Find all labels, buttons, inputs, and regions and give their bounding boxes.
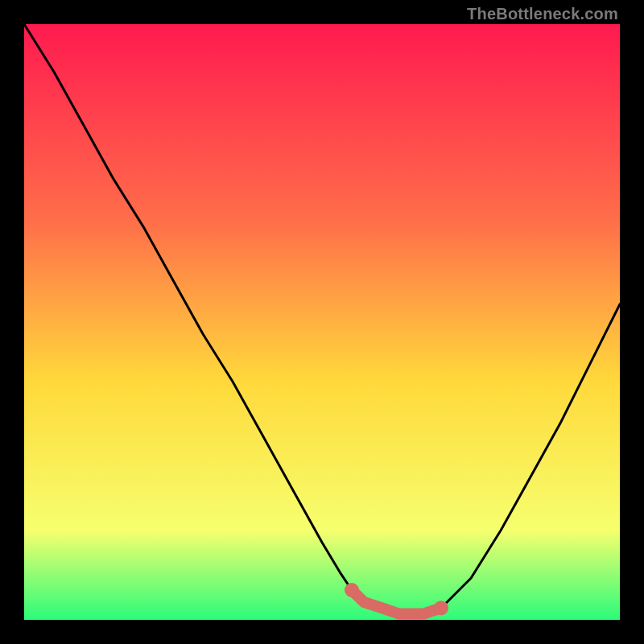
optimal-range-highlight (352, 590, 441, 614)
watermark-text: TheBottleneck.com (467, 5, 618, 23)
optimal-range-dot-end (434, 601, 448, 615)
plot-area (24, 24, 620, 620)
curve-overlay (24, 24, 620, 620)
chart-stage: TheBottleneck.com (0, 0, 644, 644)
bottleneck-curve (24, 24, 620, 614)
optimal-range-dot-start (345, 583, 359, 597)
